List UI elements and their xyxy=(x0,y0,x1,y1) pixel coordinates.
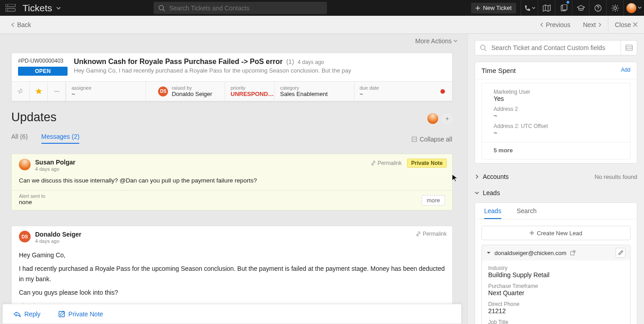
field-value: ~ xyxy=(494,112,618,119)
star-button[interactable] xyxy=(30,82,48,101)
reply-button[interactable]: Reply xyxy=(14,310,41,318)
message-more-button[interactable]: more xyxy=(422,195,445,205)
tab-messages[interactable]: Messages (2) xyxy=(41,133,80,144)
meta-raised-by[interactable]: DSraised byDonaldo Seiger xyxy=(145,82,225,101)
svg-line-5 xyxy=(163,9,165,11)
collapse-all-button[interactable]: Collapse all xyxy=(412,136,452,143)
create-lead-button[interactable]: Create New Lead xyxy=(481,226,630,240)
ticket-reply-count: (1) xyxy=(286,58,294,65)
time-spent-more[interactable]: 5 more xyxy=(482,142,630,159)
ticket-preview: Hey Gaming Co, I had recently purchased … xyxy=(74,67,446,74)
permalink-button[interactable]: Permalink xyxy=(371,160,402,166)
svg-line-16 xyxy=(617,10,618,11)
time-spent-add-button[interactable]: Add xyxy=(621,67,630,74)
meta-assignee[interactable]: assignee~ xyxy=(66,82,145,101)
raised-by-avatar: DS xyxy=(158,87,168,96)
more-actions-menu[interactable]: More Actions xyxy=(415,37,458,45)
search-icon xyxy=(158,5,165,12)
note-icon xyxy=(59,311,65,317)
avatar-icon xyxy=(626,3,636,13)
field-label: Job Title xyxy=(488,319,624,324)
global-search-input[interactable] xyxy=(169,5,322,12)
leads-section-header[interactable]: Leads xyxy=(475,186,637,200)
new-ticket-label: New Ticket xyxy=(483,5,512,11)
compose-footer: Reply Private Note xyxy=(2,304,462,324)
message-body: Can we discuss this issue internally? @D… xyxy=(12,173,452,190)
external-link-icon[interactable] xyxy=(570,250,576,256)
pin-button[interactable] xyxy=(12,82,30,101)
caret-down-icon xyxy=(486,251,491,255)
permalink-button[interactable]: Permalink xyxy=(416,231,447,237)
lead-item: donaldseiger@chicken.com IndustryBuildin… xyxy=(481,245,630,324)
tab-all[interactable]: All (6) xyxy=(11,133,28,144)
back-button[interactable]: Back xyxy=(11,21,31,28)
message-author: Donaldo Seiger xyxy=(35,231,82,238)
ticket-card: #PD-UW00000403 OPEN Unknown Cash for Roy… xyxy=(11,53,453,101)
svg-rect-27 xyxy=(626,45,632,50)
global-search[interactable] xyxy=(154,2,327,14)
map-icon[interactable] xyxy=(538,0,555,16)
close-button[interactable]: Close xyxy=(608,16,644,34)
module-label: Tickets xyxy=(23,3,52,14)
edit-lead-button[interactable] xyxy=(616,248,626,258)
message-line: Can you guys please look into this? xyxy=(19,287,445,298)
brightness-icon[interactable] xyxy=(606,0,623,16)
new-ticket-button[interactable]: New Ticket xyxy=(471,3,516,14)
module-switcher[interactable]: Tickets xyxy=(23,3,70,14)
svg-point-20 xyxy=(56,91,57,92)
meta-priority[interactable]: priorityUNRESPOND… xyxy=(225,82,274,101)
svg-rect-0 xyxy=(5,4,15,7)
accounts-section-header[interactable]: Accounts No results found xyxy=(475,170,637,183)
field-value: ~ xyxy=(494,129,618,137)
ticket-age: 4 days ago xyxy=(298,59,324,65)
ticket-title: Unknown Cash for Royale Pass Purchase Fa… xyxy=(74,58,283,66)
close-label: Close xyxy=(615,21,631,28)
private-note-button[interactable]: Private Note xyxy=(59,310,103,318)
message-age: 4 days ago xyxy=(35,238,82,244)
time-spent-card: Time SpentAdd Marketing UserYes Address … xyxy=(475,62,637,164)
secondary-bar: Back Previous Next Close xyxy=(0,16,644,34)
next-button[interactable]: Next xyxy=(576,16,608,34)
svg-rect-7 xyxy=(562,5,567,10)
create-lead-label: Create New Lead xyxy=(537,230,582,237)
message-author: Susan Polgar xyxy=(35,159,75,166)
education-icon[interactable] xyxy=(572,0,589,16)
ticket-status-badge[interactable]: OPEN xyxy=(18,67,68,76)
chevron-left-icon xyxy=(11,23,15,27)
message-line: I had recently purchased a Royale Pass f… xyxy=(19,264,445,285)
app-logo-icon[interactable] xyxy=(0,0,23,16)
phone-button[interactable] xyxy=(521,0,538,16)
field-label: Marketing User xyxy=(494,89,618,95)
reply-label: Reply xyxy=(24,310,41,318)
search-icon xyxy=(475,45,491,51)
user-avatar-menu[interactable] xyxy=(623,0,644,16)
accounts-results: No results found xyxy=(594,173,637,180)
lead-header[interactable]: donaldseiger@chicken.com xyxy=(482,245,630,260)
link-icon xyxy=(371,160,376,166)
more-options-button[interactable] xyxy=(48,82,66,101)
accounts-title: Accounts xyxy=(483,173,509,180)
svg-point-25 xyxy=(481,45,485,50)
add-participant-button[interactable]: + xyxy=(442,113,453,124)
custom-fields-search[interactable] xyxy=(475,40,637,55)
back-label: Back xyxy=(17,21,31,28)
participant-avatar[interactable] xyxy=(427,113,438,124)
pencil-icon xyxy=(618,250,623,256)
sla-indicator-icon xyxy=(440,89,445,94)
plus-icon xyxy=(530,231,534,235)
private-note-label: Private Note xyxy=(68,310,103,318)
leads-tab-search[interactable]: Search xyxy=(517,207,536,219)
time-spent-title: Time Spent xyxy=(481,67,516,74)
custom-fields-search-input[interactable] xyxy=(491,44,621,51)
previous-button[interactable]: Previous xyxy=(534,16,576,34)
meta-category[interactable]: categorySales Enablement xyxy=(274,82,354,101)
svg-point-2 xyxy=(7,5,8,6)
meta-duedate[interactable]: due date~ xyxy=(354,82,434,101)
alert-sent-label: Alert sent to xyxy=(19,193,45,199)
message-private-note: Susan Polgar4 days ago Permalink Private… xyxy=(11,154,453,210)
help-icon[interactable] xyxy=(589,0,606,16)
message-avatar: DS xyxy=(19,231,31,242)
notes-icon[interactable] xyxy=(555,0,572,16)
leads-tab-leads[interactable]: Leads xyxy=(484,207,501,219)
fields-layout-button[interactable] xyxy=(621,41,637,55)
